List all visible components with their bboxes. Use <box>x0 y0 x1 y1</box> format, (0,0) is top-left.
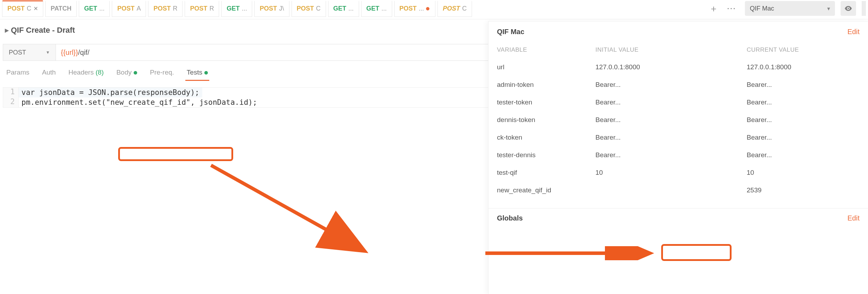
env-variable-row[interactable]: ck-tokenBearer...Bearer... <box>497 129 860 146</box>
tab-method: GET <box>366 5 379 12</box>
col-current: CURRENT VALUE <box>747 46 860 53</box>
http-method-label: POST <box>9 49 26 56</box>
request-tab[interactable]: POSTC <box>438 0 472 17</box>
env-columns-header: VARIABLE INITIAL VALUE CURRENT VALUE <box>489 43 868 56</box>
env-var-initial: 10 <box>595 169 747 177</box>
env-variable-row[interactable]: test-qif1010 <box>497 164 860 181</box>
request-tab[interactable]: POSTR <box>185 0 219 17</box>
tab-title-fragment: R <box>173 5 177 12</box>
add-tab-button[interactable]: ＋ <box>706 0 721 17</box>
environment-quicklook-panel: QIF Mac Edit VARIABLE INITIAL VALUE CURR… <box>488 21 868 294</box>
dot-indicator-icon <box>134 71 137 75</box>
tab-method: PATCH <box>51 5 71 12</box>
tab-title-fragment: ... <box>419 5 424 12</box>
env-var-current: Bearer... <box>747 98 860 106</box>
env-var-current: Bearer... <box>747 81 860 89</box>
tab-title-fragment: A <box>136 5 141 12</box>
env-var-name: test-qif <box>497 169 595 177</box>
tab-method: GET <box>84 5 97 12</box>
chevron-down-icon: ▼ <box>46 50 50 55</box>
env-var-current: Bearer... <box>747 134 860 141</box>
request-tab[interactable]: GET... <box>328 0 359 17</box>
subtab-headers[interactable]: Headers (8) <box>67 69 105 81</box>
tab-method: POST <box>260 5 277 12</box>
col-initial: INITIAL VALUE <box>595 46 747 53</box>
annotation-rect-code <box>118 147 233 161</box>
environment-selector-label: QIF Mac <box>750 5 774 12</box>
env-var-initial: Bearer... <box>595 81 747 89</box>
col-variable: VARIABLE <box>497 46 595 53</box>
request-tab[interactable]: GET... <box>361 0 392 17</box>
tab-title-fragment: ... <box>242 5 247 12</box>
env-var-name: url <box>497 63 595 71</box>
request-tab[interactable]: POSTJ\ <box>254 0 289 17</box>
url-variable: {{url}} <box>61 49 78 57</box>
chevron-down-icon: ▾ <box>827 5 830 12</box>
env-var-name: dennis-token <box>497 116 595 124</box>
tab-title-fragment: R <box>209 5 214 12</box>
environment-selector[interactable]: QIF Mac ▾ <box>745 1 835 16</box>
env-var-current: Bearer... <box>747 151 860 159</box>
subtab-auth[interactable]: Auth <box>40 69 57 81</box>
env-variable-row[interactable]: admin-tokenBearer...Bearer... <box>497 76 860 94</box>
subtab-body[interactable]: Body <box>115 69 139 81</box>
close-icon[interactable]: ✕ <box>33 5 38 12</box>
env-variable-row[interactable]: dennis-tokenBearer...Bearer... <box>497 111 860 129</box>
tab-method: POST <box>117 5 134 12</box>
line-number: 1 <box>3 88 19 97</box>
env-var-initial: 127.0.0.1:8000 <box>595 63 747 71</box>
eye-icon <box>844 4 853 13</box>
tab-title-fragment: C <box>462 5 467 12</box>
env-var-name: ck-token <box>497 134 595 141</box>
tab-title-fragment: ... <box>99 5 104 12</box>
env-variable-row[interactable]: url127.0.0.1:8000127.0.0.1:8000 <box>497 58 860 76</box>
collection-collapse-icon[interactable]: ▶ <box>5 27 9 33</box>
env-quicklook-button[interactable] <box>841 1 856 16</box>
tab-title-fragment: ... <box>382 5 387 12</box>
globals-edit-link[interactable]: Edit <box>848 214 860 222</box>
subtab-params[interactable]: Params <box>5 69 31 81</box>
dot-indicator-icon <box>204 71 208 75</box>
tabs-area: POSTC✕PATCHGET...POSTAPOSTRPOSTRGET...PO… <box>2 0 703 17</box>
tabs-overflow-button[interactable]: ⋯ <box>724 0 739 17</box>
env-variable-row[interactable]: tester-dennisBearer...Bearer... <box>497 146 860 164</box>
env-var-current: 10 <box>747 169 860 177</box>
tab-method: POST <box>400 5 417 12</box>
tab-title-fragment: J\ <box>279 5 284 12</box>
globals-label: Globals <box>497 214 523 222</box>
env-var-current: 2539 <box>747 186 860 194</box>
tab-method: POST <box>153 5 171 12</box>
tab-method: POST <box>190 5 207 12</box>
top-row: POSTC✕PATCHGET...POSTAPOSTRPOSTRGET...PO… <box>0 0 868 19</box>
request-tab[interactable]: POSTR <box>148 0 183 17</box>
request-tab[interactable]: POSTC <box>292 0 326 17</box>
tab-method: GET <box>333 5 346 12</box>
tab-title-fragment: C <box>27 5 31 12</box>
env-panel-title: QIF Mac <box>497 28 524 36</box>
env-rows: url127.0.0.1:8000127.0.0.1:8000admin-tok… <box>489 56 868 199</box>
subtab-tests[interactable]: Tests <box>185 69 209 81</box>
request-tab[interactable]: GET... <box>79 0 110 17</box>
annotation-arrow-left <box>208 162 373 257</box>
request-tab[interactable]: GET... <box>221 0 252 17</box>
request-tab[interactable]: POSTC✕ <box>2 0 43 17</box>
line-number: 2 <box>3 97 19 107</box>
env-var-initial <box>595 186 747 194</box>
tab-title-fragment: C <box>316 5 321 12</box>
env-var-current: 127.0.0.1:8000 <box>747 63 860 71</box>
env-var-name: tester-dennis <box>497 151 595 159</box>
request-tab[interactable]: POSTA <box>112 0 146 17</box>
env-variable-row[interactable]: new_create_qif_id2539 <box>497 181 860 199</box>
subtab-prereq[interactable]: Pre-req. <box>148 69 175 81</box>
env-variable-row[interactable]: tester-tokenBearer...Bearer... <box>497 94 860 111</box>
env-edit-link[interactable]: Edit <box>848 28 860 36</box>
request-tab[interactable]: POST...● <box>394 0 435 17</box>
env-var-initial: Bearer... <box>595 151 747 159</box>
request-tab[interactable]: PATCH <box>45 0 77 17</box>
env-var-name: new_create_qif_id <box>497 186 595 194</box>
env-var-name: admin-token <box>497 81 595 89</box>
http-method-select[interactable]: POST ▼ <box>3 44 56 61</box>
tab-method: GET <box>226 5 240 12</box>
env-var-name: tester-token <box>497 98 595 106</box>
request-title[interactable]: QIF Create - Draft <box>11 26 75 35</box>
